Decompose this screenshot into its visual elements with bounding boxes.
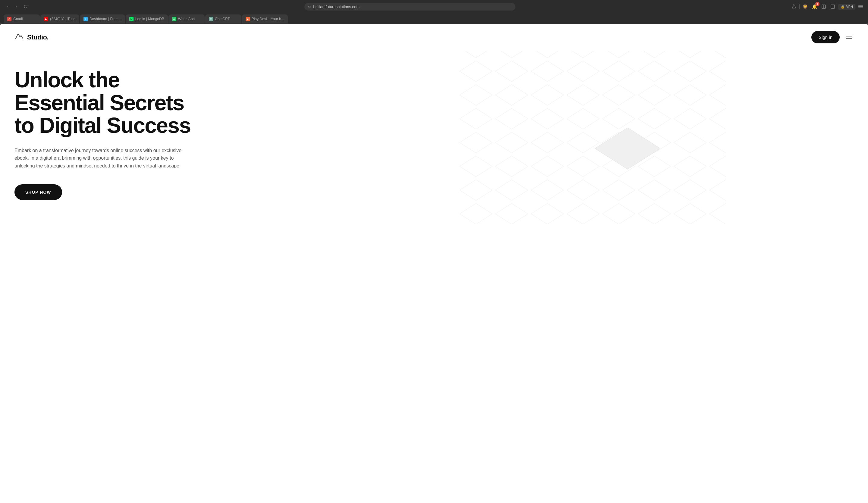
tab-mongodb[interactable]: M Log in | MongoDB	[126, 14, 168, 23]
hero-content: Unlock the Essential Secrets to Digital …	[14, 69, 219, 200]
tab-label-playdesi: Play Desi – Your h...	[252, 17, 284, 21]
tab-freelancer[interactable]: f Dashboard | Freel...	[80, 14, 125, 23]
tab-label-whatsapp: WhatsApp	[178, 17, 195, 21]
vpn-button[interactable]: 🔒 VPN	[838, 4, 855, 10]
hero-title-line3: to Digital Success	[14, 113, 190, 137]
menu-line-2	[846, 38, 852, 39]
tab-favicon-freelancer: f	[83, 17, 88, 21]
tab-gmail[interactable]: G Gmail	[3, 14, 40, 23]
website-wrapper: Studio. Sign in Unlock t	[0, 24, 868, 503]
address-bar[interactable]: ⊙ brilliantfuturesolutions.com	[304, 3, 515, 11]
hamburger-button[interactable]	[857, 3, 865, 10]
brave-shield-button[interactable]: 🦁	[802, 3, 809, 10]
address-text: brilliantfuturesolutions.com	[313, 4, 512, 9]
logo-text: Studio.	[27, 33, 49, 41]
site-nav-actions: Sign in	[812, 31, 854, 43]
brave-shield-container: 🦁	[802, 3, 809, 10]
browser-actions: 🦁 🔔 1 🔒 VPN	[790, 3, 865, 10]
tab-favicon-whatsapp: W	[172, 17, 176, 21]
hero-subtitle: Embark on a transformative journey towar…	[14, 147, 183, 170]
share-button[interactable]	[790, 3, 797, 10]
tab-label-gmail: Gmail	[13, 17, 23, 21]
shop-now-button[interactable]: SHOP NOW	[14, 184, 62, 200]
tab-favicon-playdesi: ▶	[246, 17, 250, 21]
logo-icon	[14, 32, 24, 43]
sign-in-button[interactable]: Sign in	[812, 31, 840, 43]
sidebar-reader-button[interactable]	[820, 3, 827, 10]
tab-label-freelancer: Dashboard | Freel...	[90, 17, 122, 21]
nav-buttons	[3, 3, 30, 10]
tab-label-youtube: (2240) YouTube	[50, 17, 76, 21]
hero-title-line1: Unlock the	[14, 68, 119, 92]
tab-whatsapp[interactable]: W WhatsApp	[168, 14, 205, 23]
site-nav: Studio. Sign in	[0, 24, 868, 51]
svg-rect-5	[858, 8, 863, 8]
tab-label-chatgpt: ChatGPT	[215, 17, 230, 21]
menu-line-1	[846, 36, 852, 36]
tab-favicon-chatgpt: C	[209, 17, 213, 21]
menu-button[interactable]	[845, 35, 854, 40]
download-button[interactable]	[829, 3, 836, 10]
svg-rect-2	[831, 5, 835, 8]
tab-label-mongodb: Log in | MongoDB	[135, 17, 164, 21]
site-logo: Studio.	[14, 32, 49, 43]
svg-rect-4	[858, 6, 863, 7]
forward-button[interactable]	[13, 3, 21, 10]
tab-youtube[interactable]: ▶ (2240) YouTube	[40, 14, 79, 23]
browser-tabs: G Gmail ▶ (2240) YouTube f Dashboard | F…	[0, 13, 868, 23]
svg-rect-3	[858, 5, 863, 6]
back-button[interactable]	[3, 3, 11, 10]
tab-chatgpt[interactable]: C ChatGPT	[205, 14, 241, 23]
vpn-label: VPN	[846, 5, 853, 8]
svg-rect-6	[458, 51, 726, 224]
hero-title-line2: Essential Secrets	[14, 91, 184, 115]
tab-favicon-mongodb: M	[129, 17, 134, 21]
hero-section: Unlock the Essential Secrets to Digital …	[0, 51, 868, 224]
tab-favicon-youtube: ▶	[44, 17, 48, 21]
address-icon: ⊙	[308, 5, 311, 9]
reload-button[interactable]	[22, 3, 30, 10]
tab-favicon-gmail: G	[7, 17, 11, 21]
notification-container: 🔔 1	[811, 3, 818, 10]
browser-toolbar: ⊙ brilliantfuturesolutions.com 🦁 🔔 1	[0, 0, 868, 13]
background-pattern	[310, 51, 868, 224]
browser-chrome: ⊙ brilliantfuturesolutions.com 🦁 🔔 1	[0, 0, 868, 23]
notification-count: 1	[815, 2, 819, 6]
tab-playdesi[interactable]: ▶ Play Desi – Your h...	[242, 14, 288, 23]
hero-title: Unlock the Essential Secrets to Digital …	[14, 69, 219, 137]
